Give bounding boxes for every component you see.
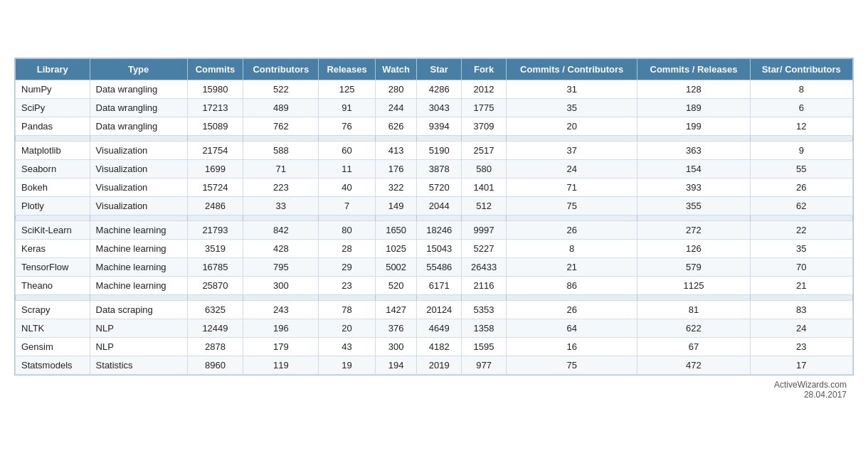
cell-1-1-7: 580	[462, 159, 507, 178]
cell-3-3-8: 75	[506, 356, 637, 374]
cell-1-3-0: Plotly	[16, 196, 90, 215]
cell-3-2-7: 1595	[462, 337, 507, 356]
cell-2-1-8: 8	[506, 239, 637, 257]
cell-0-0-6: 4286	[417, 80, 462, 98]
cell-3-2-9: 67	[637, 337, 750, 356]
cell-1-2-3: 223	[243, 178, 319, 196]
table-row: TheanoMachine learning258703002352061712…	[16, 276, 853, 294]
col-header-5: Watch	[375, 58, 417, 80]
cell-2-2-8: 21	[506, 257, 637, 276]
cell-1-3-9: 355	[637, 196, 750, 215]
cell-2-1-4: 28	[319, 239, 376, 257]
col-header-4: Releases	[319, 58, 376, 80]
cell-0-1-7: 1775	[462, 98, 507, 117]
cell-0-2-3: 762	[243, 117, 319, 135]
cell-3-2-4: 43	[319, 337, 376, 356]
cell-2-2-1: Machine learning	[90, 257, 187, 276]
cell-0-0-8: 31	[506, 80, 637, 98]
cell-0-0-1: Data wrangling	[90, 80, 187, 98]
footer-date: 28.04.2017	[804, 390, 847, 400]
cell-2-2-2: 16785	[187, 257, 243, 276]
table-row: KerasMachine learning3519428281025150435…	[16, 239, 853, 257]
cell-3-2-10: 23	[750, 337, 853, 356]
cell-1-2-5: 322	[375, 178, 417, 196]
cell-0-2-7: 3709	[462, 117, 507, 135]
cell-3-1-8: 64	[506, 319, 637, 337]
cell-3-2-1: NLP	[90, 337, 187, 356]
cell-1-0-4: 60	[319, 141, 376, 159]
cell-2-2-3: 795	[243, 257, 319, 276]
cell-3-1-1: NLP	[90, 319, 187, 337]
cell-2-0-3: 842	[243, 220, 319, 239]
cell-3-1-0: NLTK	[16, 319, 90, 337]
cell-1-0-8: 37	[506, 141, 637, 159]
cell-3-0-6: 20124	[417, 300, 462, 319]
cell-0-1-3: 489	[243, 98, 319, 117]
table-row: ScrapyData scraping632524378142720124535…	[16, 300, 853, 319]
cell-3-1-7: 1358	[462, 319, 507, 337]
cell-1-3-1: Visualization	[90, 196, 187, 215]
col-header-8: Commits / Contributors	[506, 58, 637, 80]
table-row: PlotlyVisualization248633714920445127535…	[16, 196, 853, 215]
cell-2-2-5: 5002	[375, 257, 417, 276]
cell-2-1-5: 1025	[375, 239, 417, 257]
cell-2-0-6: 18246	[417, 220, 462, 239]
cell-2-3-7: 2116	[462, 276, 507, 294]
cell-1-1-8: 24	[506, 159, 637, 178]
cell-1-0-9: 363	[637, 141, 750, 159]
cell-2-3-9: 1125	[637, 276, 750, 294]
cell-0-2-5: 626	[375, 117, 417, 135]
footer: ActiveWizards.com 28.04.2017	[14, 376, 854, 401]
cell-0-0-0: NumPy	[16, 80, 90, 98]
cell-2-0-2: 21793	[187, 220, 243, 239]
cell-2-1-9: 126	[637, 239, 750, 257]
col-header-2: Commits	[187, 58, 243, 80]
cell-2-1-1: Machine learning	[90, 239, 187, 257]
col-header-6: Star	[417, 58, 462, 80]
table-row: MatplotlibVisualization21754588604135190…	[16, 141, 853, 159]
cell-1-1-4: 11	[319, 159, 376, 178]
cell-2-0-7: 9997	[462, 220, 507, 239]
cell-2-1-3: 428	[243, 239, 319, 257]
cell-0-1-9: 189	[637, 98, 750, 117]
cell-0-0-7: 2012	[462, 80, 507, 98]
cell-3-3-10: 17	[750, 356, 853, 374]
cell-3-2-8: 16	[506, 337, 637, 356]
table-row: SciKit-LearnMachine learning217938428016…	[16, 220, 853, 239]
separator-row-3	[16, 294, 853, 300]
cell-2-3-8: 86	[506, 276, 637, 294]
cell-3-1-4: 20	[319, 319, 376, 337]
cell-1-3-5: 149	[375, 196, 417, 215]
cell-3-1-6: 4649	[417, 319, 462, 337]
cell-2-3-0: Theano	[16, 276, 90, 294]
cell-0-1-8: 35	[506, 98, 637, 117]
cell-2-3-3: 300	[243, 276, 319, 294]
cell-0-0-4: 125	[319, 80, 376, 98]
cell-2-1-10: 35	[750, 239, 853, 257]
cell-3-0-9: 81	[637, 300, 750, 319]
cell-0-1-10: 6	[750, 98, 853, 117]
cell-2-3-6: 6171	[417, 276, 462, 294]
cell-3-1-5: 376	[375, 319, 417, 337]
table-row: GensimNLP28781794330041821595166723	[16, 337, 853, 356]
col-header-7: Fork	[462, 58, 507, 80]
cell-0-2-4: 76	[319, 117, 376, 135]
cell-1-0-5: 413	[375, 141, 417, 159]
col-header-3: Contributors	[243, 58, 319, 80]
cell-3-0-2: 6325	[187, 300, 243, 319]
cell-2-1-7: 5227	[462, 239, 507, 257]
cell-0-2-9: 199	[637, 117, 750, 135]
cell-3-0-7: 5353	[462, 300, 507, 319]
cell-1-3-3: 33	[243, 196, 319, 215]
cell-3-2-6: 4182	[417, 337, 462, 356]
cell-3-3-7: 977	[462, 356, 507, 374]
cell-2-0-5: 1650	[375, 220, 417, 239]
cell-1-1-3: 71	[243, 159, 319, 178]
cell-1-2-8: 71	[506, 178, 637, 196]
col-header-9: Commits / Releases	[637, 58, 750, 80]
cell-0-2-8: 20	[506, 117, 637, 135]
separator-row-2	[16, 215, 853, 220]
cell-2-2-9: 579	[637, 257, 750, 276]
cell-3-0-4: 78	[319, 300, 376, 319]
cell-1-2-1: Visualization	[90, 178, 187, 196]
